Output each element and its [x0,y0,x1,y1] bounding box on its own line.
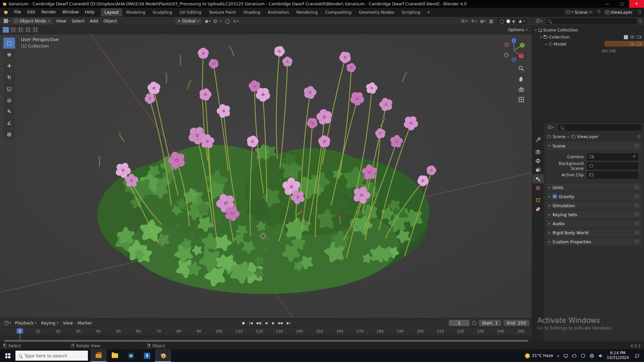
chevron-right-icon[interactable]: ▸ [546,43,547,46]
breadcrumb-scene[interactable]: Scene [553,134,566,139]
move-tool[interactable]: ✛ [3,60,15,71]
new-scene-button[interactable]: ❐ [596,10,601,14]
previous-keyframe-button[interactable]: ◀◀ [255,320,262,325]
taskbar-app-blender[interactable] [155,349,171,362]
menu-viewport-add[interactable]: Add [87,18,101,23]
outliner-search-input[interactable] [553,19,635,23]
workspace-tab-rendering[interactable]: Rendering [293,8,322,16]
outliner-row-collection[interactable]: ▾ Collection ✓ [532,34,644,41]
taskbar-app-briefcase[interactable] [91,349,107,362]
current-frame-field[interactable]: 1 [449,320,470,326]
menu-render[interactable]: Render [38,8,59,16]
shading-rendered-button[interactable]: ◕ [518,19,522,23]
scene-panel-header[interactable]: ▾ Scene [546,142,642,150]
tab-output-properties[interactable] [532,156,544,165]
outliner-search[interactable] [546,18,637,24]
workspace-tab-texture-paint[interactable]: Texture Paint [205,8,239,16]
select-box-tool[interactable] [3,38,15,49]
workspace-tab-animation[interactable]: Animation [264,8,293,16]
options-button[interactable]: Options ▾ [508,27,529,32]
filter-icon[interactable]: ▽ [639,19,642,23]
panel-grip[interactable] [635,195,639,198]
display-tray-icon[interactable] [563,353,568,358]
custom-properties-panel-header[interactable]: ▸ Custom Properties [546,238,642,246]
workspace-tab-sculpting[interactable]: Sculpting [149,8,176,16]
start-frame-field[interactable]: Start 1 [479,320,501,326]
tab-render-properties[interactable] [532,147,544,156]
add-workspace-button[interactable]: + [424,8,433,16]
background-scene-field[interactable] [587,162,638,170]
snap-settings-select[interactable]: ▾ [219,19,224,23]
weather-widget[interactable]: 31°C Haze [525,353,553,358]
breadcrumb-viewlayer[interactable]: ViewLayer [577,134,599,139]
playhead-frame-label[interactable]: 1 [17,328,23,334]
simulation-panel-header[interactable]: ▸ Simulation [546,201,642,209]
auto-keying-button[interactable]: ● [240,320,247,325]
action-center-button[interactable] [633,353,641,358]
maximize-button[interactable]: ▢ [614,0,629,8]
menu-viewport-view[interactable]: View [54,18,69,23]
menu-viewport-object[interactable]: Object [101,18,120,23]
jump-to-start-button[interactable]: |◀ [248,320,254,325]
shading-material-button[interactable]: ◐ [512,19,517,23]
shading-solid-button[interactable]: ● [506,19,511,23]
timeline-ruler[interactable]: 1102030405060708090100110120130140150160… [0,327,532,336]
keying-sets-panel-header[interactable]: ▸ Keying Sets [546,210,642,219]
active-clip-field[interactable] [587,171,638,179]
shield-tray-icon[interactable] [581,353,586,358]
navigation-gizmo[interactable]: Z Y X [501,37,527,63]
proportional-falloff-select[interactable]: ∿ ▾ [231,19,240,23]
gizmo-y-neg-axis[interactable] [504,53,508,57]
start-button[interactable] [0,349,15,362]
chevron-down-icon[interactable]: ▾ [535,28,537,32]
menu-playback[interactable]: Playback ▾ [13,320,39,325]
minimize-button[interactable]: — [600,0,614,8]
workspace-tab-compositing[interactable]: Compositing [321,8,355,16]
tab-world-properties[interactable] [532,183,544,192]
zoom-icon[interactable] [518,65,525,72]
tab-tool-properties[interactable] [532,135,544,144]
workspace-tab-geometry-nodes[interactable]: Geometry Nodes [355,8,398,16]
mode-select[interactable]: Object Mode ▾ [12,18,52,24]
properties-editor-type-button[interactable]: ▾ [546,126,556,129]
rigid-body-world-panel-header[interactable]: ▸ Rigid Body World [546,229,642,237]
panel-grip[interactable] [635,204,639,207]
workspace-tab-shading[interactable]: Shading [239,8,264,16]
tab-object-properties[interactable] [532,195,544,204]
select-mode-extend-button[interactable] [10,27,16,33]
add-cube-tool[interactable]: ⊞ [3,129,15,140]
end-frame-field[interactable]: End 250 [503,320,529,326]
menu-timeline-view[interactable]: View [60,320,75,325]
taskbar-clock[interactable]: 6:14 PM 10/31/2024 [607,351,629,360]
tab-viewlayer-properties[interactable] [532,165,544,174]
menu-window[interactable]: Window [59,8,82,16]
play-button[interactable]: ▶ [270,320,277,325]
taskbar-search-input[interactable] [24,353,85,358]
pin-icon[interactable]: ⊙ [637,134,641,139]
properties-search-input[interactable] [565,125,639,130]
network-tray-icon[interactable] [589,353,594,358]
taskbar-app-file-explorer[interactable] [107,349,123,362]
exclude-checkbox[interactable]: ✓ [624,35,628,39]
jump-to-end-button[interactable]: ▶| [285,320,292,325]
properties-search[interactable] [558,124,642,131]
show-overlays-toggle[interactable]: ◍ ▾ [478,19,487,23]
panel-grip[interactable] [635,144,639,148]
audio-panel-header[interactable]: ▸ Audio [546,220,642,228]
transform-orientation-select[interactable]: ⌖ Global ▾ [175,18,202,24]
viewport-3d[interactable]: User Perspective (1) Collection ⊕ ✛ ↻ ◱ … [0,34,532,318]
menu-edit[interactable]: Edit [24,8,38,16]
units-panel-header[interactable]: ▸ Units [546,183,642,191]
chevron-down-icon[interactable]: ▾ [540,36,542,39]
orthographic-grid-icon[interactable] [518,96,525,103]
gravity-checkbox[interactable]: ✓ [553,194,557,198]
timeline-body[interactable]: 1102030405060708090100110120130140150160… [0,327,532,342]
cloud-tray-icon[interactable] [572,353,577,358]
rotate-tool[interactable]: ↻ [3,72,15,83]
annotate-tool[interactable]: ✎ [3,106,15,117]
menu-viewport-select[interactable]: Select [69,18,87,23]
panel-grip[interactable] [635,213,639,217]
panel-grip[interactable] [635,231,639,235]
menu-help[interactable]: Help [82,8,98,16]
editor-type-button[interactable]: ▾ [2,19,12,23]
